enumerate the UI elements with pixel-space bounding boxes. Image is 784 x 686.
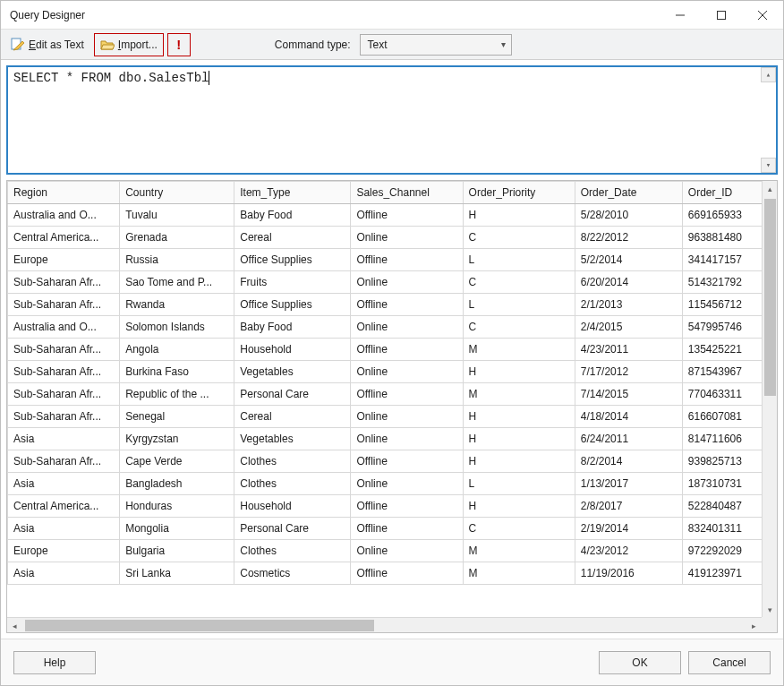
table-cell[interactable]: Baby Food [234, 204, 351, 227]
table-cell[interactable]: Tuvalu [120, 204, 234, 227]
table-cell[interactable]: 939825713 [682, 450, 771, 473]
table-cell[interactable]: Household [234, 495, 351, 518]
table-row[interactable]: Sub-Saharan Afr...AngolaHouseholdOffline… [8, 339, 772, 361]
table-cell[interactable]: 871543967 [682, 361, 771, 383]
table-cell[interactable]: C [463, 227, 575, 249]
table-cell[interactable]: Clothes [234, 450, 351, 473]
table-cell[interactable]: Vegetables [234, 428, 351, 450]
table-cell[interactable]: Sub-Saharan Afr... [8, 406, 120, 428]
scroll-right-icon[interactable]: ▸ [746, 618, 762, 633]
table-cell[interactable]: Sub-Saharan Afr... [8, 339, 120, 361]
table-cell[interactable]: Cereal [234, 227, 351, 249]
col-item-type[interactable]: Item_Type [234, 182, 351, 204]
edit-as-text-button[interactable]: Edit as Text [4, 33, 90, 56]
table-cell[interactable]: M [463, 540, 575, 562]
table-cell[interactable]: Vegetables [234, 361, 351, 383]
table-cell[interactable]: H [463, 428, 575, 450]
table-row[interactable]: EuropeBulgariaClothesOnlineM4/23/2012972… [8, 540, 772, 562]
table-row[interactable]: AsiaSri LankaCosmeticsOfflineM11/19/2016… [8, 562, 772, 585]
table-cell[interactable]: Online [351, 473, 463, 495]
table-cell[interactable]: Rwanda [120, 294, 234, 316]
col-region[interactable]: Region [8, 182, 120, 204]
table-cell[interactable]: Online [351, 271, 463, 294]
table-cell[interactable]: C [463, 316, 575, 339]
table-cell[interactable]: H [463, 361, 575, 383]
table-cell[interactable]: Personal Care [234, 518, 351, 540]
table-cell[interactable]: 963881480 [682, 227, 771, 249]
table-cell[interactable]: Cereal [234, 406, 351, 428]
table-cell[interactable]: Europe [8, 540, 120, 562]
table-cell[interactable]: 7/17/2012 [575, 361, 682, 383]
scroll-down-icon[interactable]: ▾ [763, 602, 778, 617]
table-cell[interactable]: M [463, 339, 575, 361]
execute-button[interactable]: ! [167, 33, 191, 56]
table-cell[interactable]: Bulgaria [120, 540, 234, 562]
grid-horizontal-scrollbar[interactable]: ◂ ▸ [7, 617, 762, 632]
table-cell[interactable]: Clothes [234, 540, 351, 562]
table-cell[interactable]: Grenada [120, 227, 234, 249]
table-cell[interactable]: Central America... [8, 227, 120, 249]
table-cell[interactable]: Offline [351, 518, 463, 540]
table-cell[interactable]: 2/8/2017 [575, 495, 682, 518]
table-cell[interactable]: Sri Lanka [120, 562, 234, 585]
table-row[interactable]: Sub-Saharan Afr...Republic of the ...Per… [8, 383, 772, 406]
col-order-priority[interactable]: Order_Priority [463, 182, 575, 204]
table-cell[interactable]: Honduras [120, 495, 234, 518]
table-cell[interactable]: Asia [8, 518, 120, 540]
table-cell[interactable]: 4/18/2014 [575, 406, 682, 428]
table-row[interactable]: Central America...GrenadaCerealOnlineC8/… [8, 227, 772, 249]
table-cell[interactable]: H [463, 495, 575, 518]
table-cell[interactable]: M [463, 383, 575, 406]
table-row[interactable]: Sub-Saharan Afr...Burkina FasoVegetables… [8, 361, 772, 383]
table-cell[interactable]: Clothes [234, 473, 351, 495]
table-cell[interactable]: 2/4/2015 [575, 316, 682, 339]
table-row[interactable]: EuropeRussiaOffice SuppliesOfflineL5/2/2… [8, 249, 772, 271]
table-cell[interactable]: Kyrgyzstan [120, 428, 234, 450]
table-cell[interactable]: 5/28/2010 [575, 204, 682, 227]
table-cell[interactable]: Bangladesh [120, 473, 234, 495]
table-cell[interactable]: C [463, 271, 575, 294]
table-row[interactable]: Sub-Saharan Afr...Sao Tome and P...Fruit… [8, 271, 772, 294]
table-cell[interactable]: Online [351, 428, 463, 450]
table-cell[interactable]: Europe [8, 249, 120, 271]
table-cell[interactable]: 4/23/2012 [575, 540, 682, 562]
table-cell[interactable]: 5/2/2014 [575, 249, 682, 271]
table-cell[interactable]: Cosmetics [234, 562, 351, 585]
table-cell[interactable]: Offline [351, 562, 463, 585]
table-cell[interactable]: 419123971 [682, 562, 771, 585]
grid-vertical-scrollbar[interactable]: ▴ ▾ [762, 181, 777, 617]
table-cell[interactable]: Sub-Saharan Afr... [8, 361, 120, 383]
table-row[interactable]: Sub-Saharan Afr...Cape VerdeClothesOffli… [8, 450, 772, 473]
table-cell[interactable]: Offline [351, 383, 463, 406]
col-country[interactable]: Country [120, 182, 234, 204]
table-cell[interactable]: Sub-Saharan Afr... [8, 450, 120, 473]
table-row[interactable]: Australia and O...Solomon IslandsBaby Fo… [8, 316, 772, 339]
table-cell[interactable]: Angola [120, 339, 234, 361]
table-cell[interactable]: 187310731 [682, 473, 771, 495]
table-cell[interactable]: 7/14/2015 [575, 383, 682, 406]
table-cell[interactable]: Online [351, 540, 463, 562]
table-row[interactable]: AsiaMongoliaPersonal CareOfflineC2/19/20… [8, 518, 772, 540]
table-row[interactable]: Central America...HondurasHouseholdOffli… [8, 495, 772, 518]
table-cell[interactable]: 2/19/2014 [575, 518, 682, 540]
editor-scroll-down[interactable]: ▾ [761, 158, 776, 173]
table-row[interactable]: AsiaBangladeshClothesOnlineL1/13/2017187… [8, 473, 772, 495]
cancel-button[interactable]: Cancel [688, 651, 771, 674]
table-cell[interactable]: Online [351, 227, 463, 249]
table-cell[interactable]: 522840487 [682, 495, 771, 518]
col-order-date[interactable]: Order_Date [575, 182, 682, 204]
table-cell[interactable]: Personal Care [234, 383, 351, 406]
table-cell[interactable]: Offline [351, 495, 463, 518]
table-cell[interactable]: Cape Verde [120, 450, 234, 473]
table-cell[interactable]: 514321792 [682, 271, 771, 294]
table-cell[interactable]: Sub-Saharan Afr... [8, 294, 120, 316]
table-cell[interactable]: Online [351, 406, 463, 428]
table-cell[interactable]: 6/24/2011 [575, 428, 682, 450]
table-cell[interactable]: 770463311 [682, 383, 771, 406]
table-cell[interactable]: 2/1/2013 [575, 294, 682, 316]
table-cell[interactable]: Household [234, 339, 351, 361]
table-cell[interactable]: Australia and O... [8, 204, 120, 227]
table-cell[interactable]: Burkina Faso [120, 361, 234, 383]
table-cell[interactable]: 8/2/2014 [575, 450, 682, 473]
table-cell[interactable]: Online [351, 361, 463, 383]
